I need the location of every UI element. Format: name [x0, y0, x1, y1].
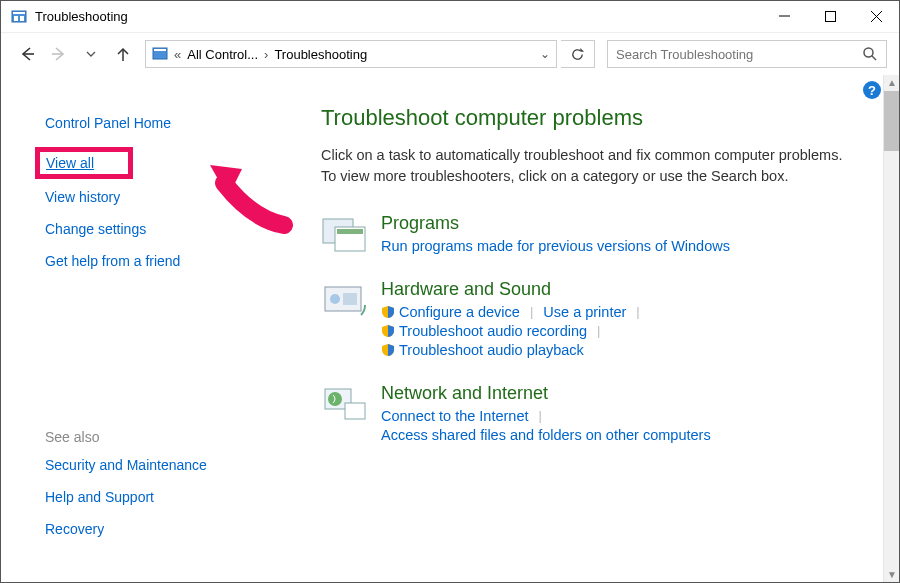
task-link[interactable]: Connect to the Internet: [381, 408, 529, 424]
page-title: Troubleshoot computer problems: [321, 105, 879, 131]
svg-rect-17: [337, 229, 363, 234]
recent-locations-button[interactable]: [77, 40, 105, 68]
address-bar[interactable]: « All Control... › Troubleshooting ⌄: [145, 40, 557, 68]
separator: |: [530, 304, 533, 323]
separator: |: [636, 304, 639, 323]
back-button[interactable]: [13, 40, 41, 68]
breadcrumb-segment[interactable]: Troubleshooting: [274, 47, 367, 62]
svg-line-14: [872, 56, 876, 60]
category-heading[interactable]: Programs: [381, 213, 879, 234]
svg-rect-2: [14, 16, 18, 21]
vertical-scrollbar[interactable]: ▲ ▼: [883, 75, 899, 582]
category-network: Network and Internet Connect to the Inte…: [321, 383, 879, 446]
category-heading[interactable]: Network and Internet: [381, 383, 879, 404]
scroll-down-icon[interactable]: ▼: [887, 569, 897, 580]
category-programs: Programs Run programs made for previous …: [321, 213, 879, 257]
task-link[interactable]: Troubleshoot audio playback: [381, 342, 584, 358]
search-icon[interactable]: [862, 46, 878, 62]
chevron-down-icon[interactable]: ⌄: [540, 47, 550, 61]
annotation-highlight-box: View all: [35, 147, 133, 179]
sidebar-item-view-all[interactable]: View all: [46, 155, 94, 171]
see-also-label: See also: [45, 429, 261, 445]
breadcrumb-segment[interactable]: All Control...: [187, 47, 258, 62]
sidebar-item-change-settings[interactable]: Change settings: [45, 221, 261, 237]
minimize-button[interactable]: [761, 1, 807, 33]
chevron-left-icon: «: [174, 47, 181, 62]
task-link[interactable]: Access shared files and folders on other…: [381, 427, 711, 443]
hardware-icon: [321, 281, 369, 321]
control-panel-icon: [11, 9, 27, 25]
refresh-button[interactable]: [561, 40, 595, 68]
svg-rect-5: [825, 12, 835, 22]
shield-icon: [381, 305, 395, 319]
shield-icon: [381, 343, 395, 357]
page-description: Click on a task to automatically trouble…: [321, 145, 851, 187]
search-input[interactable]: [616, 47, 854, 62]
task-link[interactable]: Run programs made for previous versions …: [381, 238, 730, 254]
sidebar: Control Panel Home View all View history…: [1, 75, 301, 582]
svg-rect-23: [345, 403, 365, 419]
search-box[interactable]: [607, 40, 887, 68]
close-button[interactable]: [853, 1, 899, 33]
titlebar: Troubleshooting: [1, 1, 899, 33]
window: Troubleshooting « All Control... › Troub…: [0, 0, 900, 583]
window-title: Troubleshooting: [35, 9, 761, 24]
content-area: ? ▲ ▼ Control Panel Home View all View h…: [1, 75, 899, 582]
svg-rect-3: [20, 16, 24, 21]
scrollbar-thumb[interactable]: [884, 91, 899, 151]
see-also-recovery[interactable]: Recovery: [45, 521, 261, 537]
svg-rect-1: [13, 12, 25, 14]
main-content: Troubleshoot computer problems Click on …: [321, 105, 879, 468]
scroll-up-icon[interactable]: ▲: [887, 77, 897, 88]
sidebar-item-view-history[interactable]: View history: [45, 189, 261, 205]
sidebar-item-get-help[interactable]: Get help from a friend: [45, 253, 261, 269]
svg-rect-20: [343, 293, 357, 305]
shield-icon: [381, 324, 395, 338]
sidebar-item-home[interactable]: Control Panel Home: [45, 115, 261, 131]
network-icon: [321, 385, 369, 425]
task-link[interactable]: Troubleshoot audio recording: [381, 323, 587, 339]
svg-point-13: [864, 48, 873, 57]
task-link[interactable]: Use a printer: [543, 304, 626, 320]
programs-icon: [321, 215, 369, 255]
task-link[interactable]: Configure a device: [381, 304, 520, 320]
control-panel-icon: [152, 46, 168, 62]
svg-point-19: [330, 294, 340, 304]
category-hardware: Hardware and Sound Configure a device | …: [321, 279, 879, 361]
help-icon[interactable]: ?: [863, 81, 881, 99]
up-button[interactable]: [109, 40, 137, 68]
see-also-security[interactable]: Security and Maintenance: [45, 457, 261, 473]
svg-rect-12: [154, 49, 166, 51]
maximize-button[interactable]: [807, 1, 853, 33]
forward-button[interactable]: [45, 40, 73, 68]
window-controls: [761, 1, 899, 33]
chevron-right-icon: ›: [264, 47, 268, 62]
see-also-section: See also Security and Maintenance Help a…: [45, 429, 261, 537]
separator: |: [539, 408, 542, 427]
separator: |: [597, 323, 600, 342]
see-also-help[interactable]: Help and Support: [45, 489, 261, 505]
navigation-bar: « All Control... › Troubleshooting ⌄: [1, 33, 899, 75]
category-heading[interactable]: Hardware and Sound: [381, 279, 879, 300]
